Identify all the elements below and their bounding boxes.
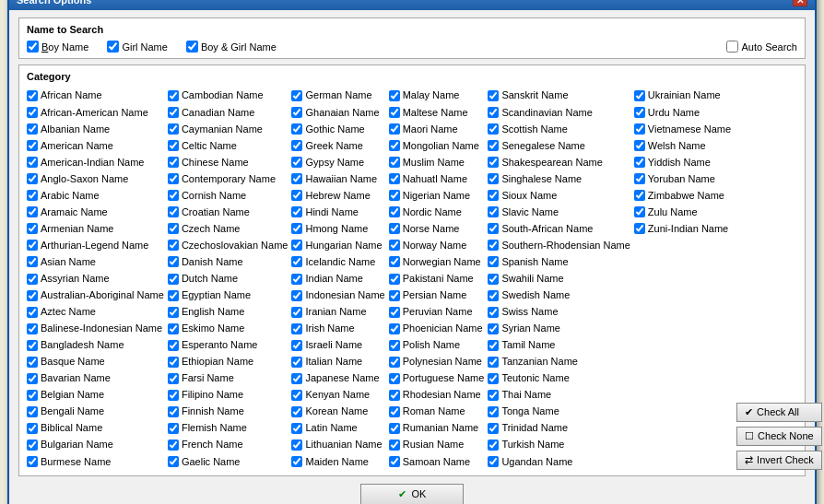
list-item[interactable]: Teutonic Name — [488, 370, 630, 386]
category-checkbox[interactable] — [389, 274, 400, 285]
category-checkbox[interactable] — [168, 173, 179, 184]
list-item[interactable]: Shakespearean Name — [488, 155, 630, 170]
list-item[interactable]: Phoenician Name — [389, 321, 485, 336]
category-checkbox[interactable] — [291, 440, 302, 451]
list-item[interactable]: Scottish Name — [488, 122, 630, 137]
category-checkbox[interactable] — [168, 440, 179, 451]
list-item[interactable]: Hungarian Name — [291, 238, 384, 253]
list-item[interactable]: Eskimo Name — [168, 321, 288, 336]
category-checkbox[interactable] — [389, 140, 400, 151]
list-item[interactable]: Italian Name — [291, 354, 384, 369]
list-item[interactable]: Kenyan Name — [291, 387, 384, 403]
auto-search-checkbox[interactable] — [726, 41, 738, 53]
category-checkbox[interactable] — [168, 107, 179, 118]
girl-name-checkbox[interactable] — [107, 41, 119, 53]
list-item[interactable] — [634, 271, 731, 287]
invert-check-button[interactable]: ⇄ Invert Check — [736, 451, 822, 470]
category-checkbox[interactable] — [27, 390, 38, 401]
list-item[interactable]: Tonga Name — [488, 404, 630, 419]
category-checkbox[interactable] — [634, 190, 645, 201]
category-checkbox[interactable] — [291, 157, 302, 168]
list-item[interactable] — [634, 238, 731, 253]
category-checkbox[interactable] — [389, 456, 400, 467]
list-item[interactable]: Iranian Name — [291, 304, 384, 320]
list-item[interactable]: Finnish Name — [168, 404, 288, 419]
list-item[interactable]: Aramaic Name — [27, 205, 164, 220]
category-checkbox[interactable] — [634, 173, 645, 184]
list-item[interactable]: Cambodian Name — [168, 88, 288, 103]
category-checkbox[interactable] — [389, 173, 400, 184]
list-item[interactable]: Bangladesh Name — [27, 337, 164, 353]
category-checkbox[interactable] — [27, 90, 38, 101]
list-item[interactable] — [634, 420, 731, 436]
category-checkbox[interactable] — [488, 406, 499, 417]
list-item[interactable]: Vietnamese Name — [634, 122, 731, 137]
list-item[interactable]: French Name — [168, 437, 288, 452]
list-item[interactable]: Portuguese Name — [389, 370, 485, 386]
list-item[interactable]: Lithuanian Name — [291, 437, 384, 452]
category-checkbox[interactable] — [27, 340, 38, 351]
category-checkbox[interactable] — [168, 340, 179, 351]
category-checkbox[interactable] — [488, 440, 499, 451]
category-checkbox[interactable] — [27, 373, 38, 384]
list-item[interactable]: Zulu Name — [634, 205, 731, 220]
category-checkbox[interactable] — [389, 256, 400, 267]
category-checkbox[interactable] — [488, 307, 499, 318]
list-item[interactable]: Ethiopian Name — [168, 354, 288, 369]
category-checkbox[interactable] — [488, 223, 499, 234]
list-item[interactable]: Filipino Name — [168, 387, 288, 403]
list-item[interactable]: Hmong Name — [291, 221, 384, 237]
category-checkbox[interactable] — [291, 406, 302, 417]
category-checkbox[interactable] — [488, 423, 499, 434]
category-checkbox[interactable] — [168, 390, 179, 401]
boy-girl-name-label[interactable]: Boy & Girl Name — [186, 41, 277, 53]
category-checkbox[interactable] — [488, 357, 499, 368]
list-item[interactable]: Esperanto Name — [168, 337, 288, 353]
category-checkbox[interactable] — [168, 157, 179, 168]
list-item[interactable]: Burmese Name — [27, 454, 164, 470]
list-item[interactable]: Cornish Name — [168, 188, 288, 204]
list-item[interactable]: Icelandic Name — [291, 254, 384, 270]
category-checkbox[interactable] — [291, 90, 302, 101]
category-checkbox[interactable] — [27, 274, 38, 285]
list-item[interactable]: Tamil Name — [488, 337, 630, 353]
list-item[interactable]: African-American Name — [27, 105, 164, 121]
list-item[interactable]: Polynesian Name — [389, 354, 485, 369]
category-checkbox[interactable] — [168, 307, 179, 318]
category-checkbox[interactable] — [27, 157, 38, 168]
category-checkbox[interactable] — [389, 340, 400, 351]
category-checkbox[interactable] — [291, 340, 302, 351]
category-checkbox[interactable] — [291, 373, 302, 384]
list-item[interactable]: Swahili Name — [488, 271, 630, 287]
list-item[interactable]: Gypsy Name — [291, 155, 384, 170]
list-item[interactable]: Irish Name — [291, 321, 384, 336]
list-item[interactable] — [634, 454, 731, 470]
category-checkbox[interactable] — [168, 190, 179, 201]
list-item[interactable]: Muslim Name — [389, 155, 485, 170]
list-item[interactable]: Hawaiian Name — [291, 171, 384, 187]
category-checkbox[interactable] — [27, 240, 38, 251]
category-checkbox[interactable] — [27, 406, 38, 417]
category-checkbox[interactable] — [168, 223, 179, 234]
list-item[interactable]: South-African Name — [488, 221, 630, 237]
category-checkbox[interactable] — [27, 223, 38, 234]
category-checkbox[interactable] — [389, 290, 400, 301]
list-item[interactable]: Indian Name — [291, 271, 384, 287]
list-item[interactable]: Senegalese Name — [488, 138, 630, 154]
category-checkbox[interactable] — [634, 90, 645, 101]
category-checkbox[interactable] — [389, 90, 400, 101]
list-item[interactable]: Bulgarian Name — [27, 437, 164, 452]
list-item[interactable]: Maori Name — [389, 122, 485, 137]
list-item[interactable]: German Name — [291, 88, 384, 103]
category-checkbox[interactable] — [291, 323, 302, 334]
list-item[interactable]: Belgian Name — [27, 387, 164, 403]
list-item[interactable]: Scandinavian Name — [488, 105, 630, 121]
auto-search-label[interactable]: Auto Search — [726, 41, 797, 53]
category-checkbox[interactable] — [634, 206, 645, 217]
list-item[interactable]: Czechoslovakian Name — [168, 238, 288, 253]
category-checkbox[interactable] — [488, 206, 499, 217]
list-item[interactable]: Arthurian-Legend Name — [27, 238, 164, 253]
list-item[interactable]: Samoan Name — [389, 454, 485, 470]
category-checkbox[interactable] — [168, 456, 179, 467]
list-item[interactable]: Turkish Name — [488, 437, 630, 452]
